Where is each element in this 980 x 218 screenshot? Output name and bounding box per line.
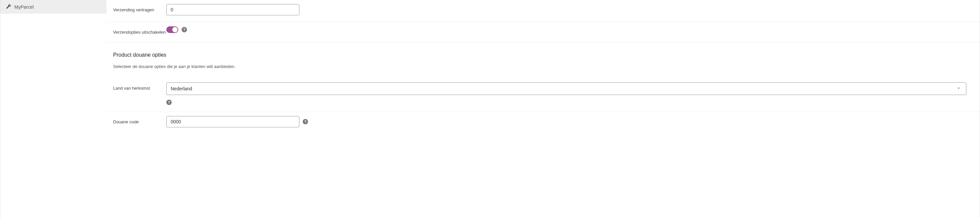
help-icon[interactable]: ? xyxy=(166,100,172,105)
wrench-icon xyxy=(6,4,11,10)
label-disable-shipping-options: Verzendopties uitschakelen xyxy=(113,26,166,36)
customs-section-header: Product douane opties Selecteer de douan… xyxy=(107,43,980,79)
sidebar-item-myparcel[interactable]: MyParcel xyxy=(0,0,107,14)
delay-shipping-input[interactable] xyxy=(166,4,299,15)
row-customs-code: Douane code ? xyxy=(107,112,980,134)
toggle-knob xyxy=(172,27,178,32)
help-icon[interactable]: ? xyxy=(181,27,187,32)
sidebar-item-label: MyParcel xyxy=(14,4,33,10)
customs-section-title: Product douane opties xyxy=(113,52,973,58)
customs-code-input[interactable] xyxy=(166,116,299,127)
label-country-of-origin: Land van herkomst xyxy=(113,82,166,92)
country-of-origin-select[interactable]: Nederland xyxy=(166,82,966,95)
main-content: Verzending vertragen Verzendopties uitsc… xyxy=(107,0,980,218)
label-customs-code: Douane code xyxy=(113,116,166,125)
help-icon[interactable]: ? xyxy=(303,119,308,124)
label-delay-shipping: Verzending vertragen xyxy=(113,4,166,13)
row-country-of-origin: Land van herkomst Nederland ? xyxy=(107,79,980,112)
row-delay-shipping: Verzending vertragen xyxy=(107,0,980,22)
row-disable-shipping-options: Verzendopties uitschakelen ? xyxy=(107,22,980,43)
disable-shipping-options-toggle[interactable] xyxy=(166,26,178,33)
sidebar: MyParcel xyxy=(0,0,107,218)
customs-section-description: Selecteer de douane opties die je aan je… xyxy=(113,64,973,69)
